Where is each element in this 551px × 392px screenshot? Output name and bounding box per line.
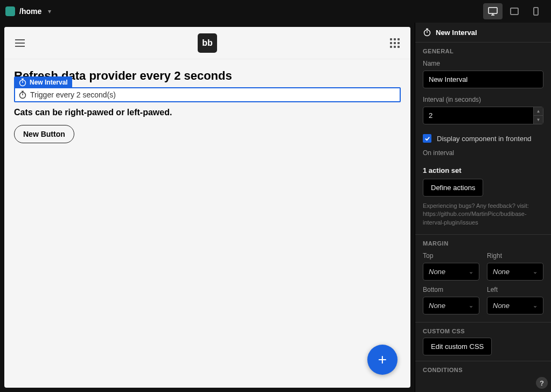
chevron-down-icon: ⌄ [469, 268, 473, 275]
monitor-icon [488, 7, 498, 16]
top-bar: /home ▾ [0, 0, 551, 23]
question-icon: ? [540, 379, 544, 387]
margin-top-select[interactable]: None ⌄ [423, 263, 479, 281]
section-margin-label: MARGIN [415, 234, 551, 250]
hamburger-button[interactable] [15, 39, 25, 47]
add-component-fab[interactable]: + [367, 345, 397, 375]
stopwatch-icon [18, 78, 27, 87]
stopwatch-icon [423, 28, 431, 37]
tablet-icon [510, 8, 519, 15]
body-text: Cats can be right-pawed or left-pawed. [14, 108, 401, 117]
device-tablet-button[interactable] [505, 3, 524, 19]
svg-rect-4 [534, 8, 538, 15]
help-text: Experiencing bugs? Any feedback? visit: … [415, 202, 551, 234]
device-mobile-button[interactable] [526, 3, 546, 19]
name-input[interactable] [423, 71, 543, 88]
margin-right-value: None [493, 268, 510, 276]
margin-right-select[interactable]: None ⌄ [487, 263, 543, 281]
chevron-down-icon: ⌄ [533, 268, 538, 275]
device-preview-toggles [483, 3, 546, 19]
svg-rect-3 [511, 8, 518, 15]
app-preview-frame: bb Refresh data provider every 2 seconds… [4, 27, 410, 388]
app-header: bb [4, 27, 410, 59]
chevron-down-icon: ▾ [48, 8, 51, 15]
chevron-down-icon: ⌄ [533, 302, 538, 309]
spinner-down[interactable]: ▼ [533, 116, 543, 124]
panel-title: New Interval [436, 29, 477, 37]
section-conditions-label: CONDITIONS [415, 361, 551, 376]
apps-grid-icon[interactable] [390, 38, 400, 48]
chevron-down-icon: ⌄ [469, 302, 473, 309]
margin-bottom-select[interactable]: None ⌄ [423, 297, 479, 314]
margin-left-select[interactable]: None ⌄ [487, 297, 543, 314]
define-actions-button[interactable]: Define actions [423, 179, 483, 197]
app-logo: bb [198, 33, 217, 53]
selection-tag: New Interval [14, 76, 72, 88]
help-fab[interactable]: ? [536, 377, 548, 389]
number-spinner: ▲ ▼ [533, 107, 543, 124]
section-general-label: GENERAL [415, 42, 551, 58]
canvas-area: bb Refresh data provider every 2 seconds… [0, 23, 415, 392]
selected-component[interactable]: New Interval Trigger every 2 second(s) [14, 87, 401, 102]
margin-bottom-value: None [429, 302, 445, 310]
edit-css-button[interactable]: Edit custom CSS [423, 338, 492, 355]
section-customcss-label: CUSTOM CSS [415, 322, 551, 338]
checkmark-icon [424, 136, 430, 142]
display-checkbox[interactable] [423, 134, 431, 143]
breadcrumb[interactable]: /home ▾ [5, 6, 51, 16]
svg-rect-0 [489, 8, 497, 13]
device-desktop-button[interactable] [483, 3, 503, 19]
selection-tag-label: New Interval [30, 79, 68, 86]
app-color-swatch [5, 6, 15, 16]
panel-header: New Interval [415, 23, 551, 42]
trigger-text: Trigger every 2 second(s) [30, 90, 116, 99]
margin-top-value: None [429, 268, 445, 276]
margin-left-label: Left [487, 286, 543, 293]
margin-right-label: Right [487, 252, 543, 260]
on-interval-label: On interval [423, 149, 543, 157]
margin-bottom-label: Bottom [423, 286, 479, 293]
interval-field-label: Interval (in seconds) [423, 96, 543, 103]
display-checkbox-label: Display component in frontend [437, 135, 532, 143]
breadcrumb-label: /home [19, 7, 41, 16]
app-body: Refresh data provider every 2 seconds Ne… [4, 59, 410, 153]
margin-left-value: None [493, 302, 510, 310]
name-field-label: Name [423, 60, 543, 67]
action-set-text: 1 action set [415, 165, 551, 179]
mobile-icon [533, 7, 539, 16]
new-button[interactable]: New Button [14, 125, 74, 143]
spinner-up[interactable]: ▲ [533, 107, 543, 116]
settings-panel: New Interval GENERAL Name Interval (in s… [415, 23, 551, 392]
logo-text: bb [202, 38, 213, 48]
margin-top-label: Top [423, 252, 479, 260]
interval-input[interactable] [423, 107, 543, 124]
plus-icon: + [378, 351, 387, 368]
stopwatch-icon [18, 90, 27, 99]
